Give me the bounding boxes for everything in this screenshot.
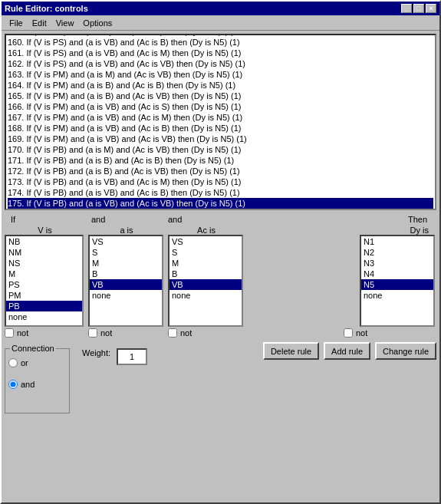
ac-is-item[interactable]: VS <box>169 236 242 247</box>
if-label: If <box>5 215 85 224</box>
and-label: and <box>21 380 35 389</box>
a-is-item[interactable]: none <box>90 290 162 301</box>
title-bar: Rule Editor: controls _ □ × <box>2 2 439 15</box>
a-is-item[interactable]: S <box>90 247 162 258</box>
menu-view[interactable]: View <box>51 17 79 29</box>
not2-label: not <box>100 328 112 338</box>
rule-item[interactable]: 173. If (V is PB) and (a is VB) and (Ac … <box>8 176 433 187</box>
v-is-item[interactable]: none <box>6 311 82 322</box>
rules-list: 159. If (V is PS) and (a is B) and (Ac i… <box>6 34 435 210</box>
sub-labels: V is a is Ac is Dy is <box>2 226 439 235</box>
lists-row: NBNMNSMPSPMPBnone VSSMBVBnone VSSMBVBnon… <box>2 235 439 327</box>
rule-item[interactable]: 172. If (V is PB) and (a is B) and (Ac i… <box>8 166 433 176</box>
menu-file[interactable]: File <box>5 17 28 29</box>
and-radio[interactable] <box>8 380 18 389</box>
a-is-item[interactable]: B <box>90 268 162 279</box>
not2-checkbox[interactable] <box>88 328 97 338</box>
not3-checkbox-item: not <box>168 328 245 338</box>
not4-checkbox[interactable] <box>344 328 353 338</box>
add-rule-button[interactable]: Add rule <box>324 342 370 360</box>
v-is-listbox[interactable]: NBNMNSMPSPMPBnone <box>5 235 84 327</box>
ac-is-block: VSSMBVBnone <box>168 235 245 327</box>
rule-item[interactable]: 162. If (V is PS) and (a is VB) and (Ac … <box>8 58 433 69</box>
v-is-item[interactable]: NB <box>6 236 82 247</box>
a-is-block: VSSMBVBnone <box>88 235 165 327</box>
rule-item[interactable]: 168. If (V is PM) and (a is VB) and (Ac … <box>8 123 433 133</box>
not1-label: not <box>17 328 28 338</box>
buttons-area: Delete rule Add rule Change rule <box>153 342 436 363</box>
title-bar-buttons: _ □ × <box>401 4 436 13</box>
rule-item[interactable]: 166. If (V is PM) and (a is VB) and (Ac … <box>8 101 433 112</box>
rule-item[interactable]: 163. If (V is PM) and (a is M) and (Ac i… <box>8 69 433 80</box>
v-is-item[interactable]: NS <box>6 258 82 268</box>
v-is-item[interactable]: PM <box>6 290 82 301</box>
a-is-item[interactable]: VS <box>90 236 162 247</box>
ac-is-item[interactable]: VB <box>169 279 242 290</box>
not4-label: not <box>356 328 367 338</box>
weight-label: Weight: <box>82 348 110 357</box>
ac-is-item[interactable]: B <box>169 268 242 279</box>
dy-is-block: N1N2N3N4N5none <box>360 235 436 327</box>
v-is-label: V is <box>5 226 85 235</box>
rule-item[interactable]: 167. If (V is PM) and (a is VB) and (Ac … <box>8 112 433 123</box>
maximize-button[interactable]: □ <box>413 4 424 13</box>
menu-options[interactable]: Options <box>78 17 117 29</box>
rule-item[interactable]: 174. If (V is PB) and (a is VB) and (Ac … <box>8 187 433 198</box>
ac-is-item[interactable]: S <box>169 247 242 258</box>
dy-is-item[interactable]: none <box>361 290 433 301</box>
bottom-row: Connection or and Weight: Delete rule Ad… <box>2 339 439 417</box>
checkbox-row: not not not not <box>2 327 439 339</box>
not3-checkbox[interactable] <box>168 328 177 338</box>
not1-checkbox[interactable] <box>5 328 14 338</box>
rule-item[interactable]: 161. If (V is PS) and (a is VB) and (Ac … <box>8 48 433 58</box>
v-is-item[interactable]: PS <box>6 279 82 290</box>
ac-is-listbox[interactable]: VSSMBVBnone <box>168 235 243 327</box>
and1-label: and <box>85 215 162 224</box>
rule-item[interactable]: 165. If (V is PM) and (a is B) and (Ac i… <box>8 91 433 101</box>
and-radio-item: and <box>8 380 66 389</box>
weight-input-container <box>117 348 147 365</box>
dy-is-item[interactable]: N3 <box>361 258 433 268</box>
a-is-item[interactable]: VB <box>90 279 162 290</box>
dy-is-item[interactable]: N1 <box>361 236 433 247</box>
v-is-item[interactable]: PB <box>6 301 82 311</box>
rule-item[interactable]: 169. If (V is PM) and (a is VB) and (Ac … <box>8 133 433 144</box>
section-headers: If and and Then <box>2 213 439 226</box>
connection-title: Connection <box>10 344 56 353</box>
rule-item[interactable]: 160. If (V is PS) and (a is VB) and (Ac … <box>8 37 433 48</box>
v-is-item[interactable]: M <box>6 268 82 279</box>
not1-checkbox-item: not <box>5 328 85 338</box>
rule-item[interactable]: 171. If (V is PB) and (a is B) and (Ac i… <box>8 155 433 166</box>
delete-rule-button[interactable]: Delete rule <box>263 342 319 360</box>
not2-checkbox-item: not <box>88 328 165 338</box>
ac-is-label: Ac is <box>168 226 245 235</box>
or-radio[interactable] <box>8 358 18 367</box>
dy-is-listbox[interactable]: N1N2N3N4N5none <box>360 235 435 327</box>
dy-is-item[interactable]: N4 <box>361 268 433 279</box>
weight-area: Weight: <box>82 348 110 357</box>
menu-edit[interactable]: Edit <box>28 17 51 29</box>
a-is-item[interactable]: M <box>90 258 162 268</box>
minimize-button[interactable]: _ <box>401 4 412 13</box>
a-is-listbox[interactable]: VSSMBVBnone <box>88 235 163 327</box>
or-radio-item: or <box>8 358 66 367</box>
rule-item[interactable]: 175. If (V is PB) and (a is VB) and (Ac … <box>8 198 433 209</box>
v-is-block: NBNMNSMPSPMPBnone <box>5 235 85 327</box>
and2-label: and <box>162 215 239 224</box>
connection-box: Connection or and <box>5 348 70 413</box>
close-button[interactable]: × <box>426 4 436 13</box>
window-title: Rule Editor: controls <box>5 4 88 13</box>
dy-is-item[interactable]: N5 <box>361 279 433 290</box>
not4-checkbox-item: not <box>344 328 436 338</box>
rule-item[interactable]: 170. If (V is PB) and (a is M) and (Ac i… <box>8 144 433 155</box>
change-rule-button[interactable]: Change rule <box>375 342 436 360</box>
a-is-label: a is <box>88 226 165 235</box>
rule-item[interactable]: 164. If (V is PM) and (a is B) and (Ac i… <box>8 80 433 91</box>
ac-is-item[interactable]: M <box>169 258 242 268</box>
dy-is-label: Dy is <box>248 226 436 235</box>
ac-is-item[interactable]: none <box>169 290 242 301</box>
dy-is-item[interactable]: N2 <box>361 247 433 258</box>
weight-input[interactable] <box>117 348 147 365</box>
main-window: Rule Editor: controls _ □ × File Edit Vi… <box>0 0 441 504</box>
v-is-item[interactable]: NM <box>6 247 82 258</box>
